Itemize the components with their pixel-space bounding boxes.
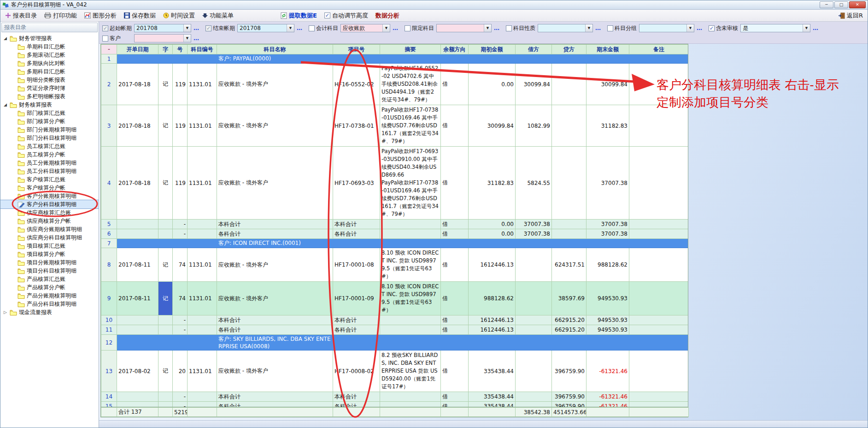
filter-checkbox[interactable] <box>309 25 315 31</box>
save-data-button[interactable]: 保存数据 <box>124 12 156 20</box>
lookup-button[interactable]: … <box>194 25 199 31</box>
tree-group[interactable]: ▷现金流量报表 <box>0 308 99 316</box>
lookup-button[interactable]: … <box>595 25 601 31</box>
sidebar-item[interactable]: 员工分科目核算明细 <box>0 167 99 175</box>
column-header[interactable]: 摘要 <box>380 45 441 54</box>
filter-checkbox[interactable] <box>607 25 613 31</box>
column-header[interactable]: 备注 <box>629 45 689 54</box>
filter-dropdown[interactable]: ▼ <box>538 24 593 32</box>
sidebar-item[interactable]: 部门核算汇总账 <box>0 109 99 117</box>
filter-dropdown[interactable]: 201708▼ <box>237 24 294 32</box>
sidebar-item[interactable]: 项目分账期核算明细 <box>0 258 99 267</box>
lookup-button[interactable]: … <box>697 25 703 31</box>
sidebar-item[interactable]: 产品分科目核算明细 <box>0 300 99 308</box>
dropdown-arrow-icon[interactable]: ▼ <box>287 24 294 32</box>
group-row[interactable]: 12客户: SKY BILLIARDS, INC. DBA SKY ENTERP… <box>101 335 689 351</box>
sidebar-item[interactable]: 凭证分录序时簿 <box>0 84 99 92</box>
dropdown-arrow-icon[interactable]: ▼ <box>585 24 592 32</box>
column-header[interactable]: 贷方 <box>552 45 586 54</box>
filter-dropdown[interactable]: 201708▼ <box>134 24 191 32</box>
group-row[interactable]: 1客户: PAYPAL(0000) <box>101 54 689 64</box>
sidebar-item[interactable]: 供应商分账期核算明细 <box>0 225 99 233</box>
filter-checkbox[interactable] <box>102 36 108 42</box>
filter-dropdown[interactable]: ▼ <box>436 24 492 32</box>
dropdown-arrow-icon[interactable]: ▼ <box>183 35 191 42</box>
collapse-icon[interactable]: ◢ <box>3 36 8 41</box>
sidebar-item[interactable]: 客户分科目核算明细 <box>0 200 99 208</box>
column-header[interactable]: 期末金额 <box>586 45 629 54</box>
column-header[interactable]: 余额方向 <box>441 45 469 54</box>
sidebar-item[interactable]: 部门分账期核算明细 <box>0 125 99 134</box>
sidebar-item[interactable]: 供应商分科目核算明细 <box>0 233 99 242</box>
column-header[interactable]: 开单日期 <box>117 45 158 54</box>
maximize-button[interactable]: □ <box>834 1 848 8</box>
sidebar-item[interactable]: 产品核算汇总账 <box>0 275 99 283</box>
back-button[interactable]: 返回R <box>839 12 863 20</box>
lookup-button[interactable]: … <box>813 25 819 31</box>
filter-dropdown[interactable]: ▼ <box>134 34 191 42</box>
sidebar-item[interactable]: 部门核算分户帐 <box>0 117 99 125</box>
sidebar-item[interactable]: 多期纵向比对帐 <box>0 59 99 67</box>
filter-checkbox[interactable] <box>102 25 108 31</box>
table-row[interactable]: 14-本科合计本科合计借335438.44396759.90-61321.46 <box>101 392 689 402</box>
auto-height-toggle[interactable]: 自动调节高度 <box>324 12 368 20</box>
lookup-button[interactable]: … <box>393 25 399 31</box>
sidebar-item[interactable]: 产品分账期核算明细 <box>0 291 99 300</box>
sidebar-item[interactable]: 多期科目汇总帐 <box>0 67 99 76</box>
horizontal-scrollbar[interactable] <box>99 420 868 428</box>
tree-group[interactable]: ◢财务管理报表 <box>0 34 99 42</box>
sidebar-item[interactable]: 项目核算分户帐 <box>0 250 99 258</box>
sidebar-item[interactable]: 员工核算汇总账 <box>0 142 99 150</box>
table-row[interactable]: 10-本科合计本科合计借1612446.13662915.20949530.93 <box>101 315 689 325</box>
table-row[interactable]: 5-本科合计本科合计借0.0037007.3837007.38 <box>101 220 689 229</box>
data-analysis-button[interactable]: 数据分析 <box>375 12 399 20</box>
report-dir-button[interactable]: 报表目录 <box>5 12 37 20</box>
column-header[interactable]: - <box>101 45 117 54</box>
auto-height-checkbox[interactable] <box>324 12 330 18</box>
sidebar-item[interactable]: 多栏明细帐报表 <box>0 92 99 101</box>
sidebar-item[interactable]: 产品核算分户帐 <box>0 283 99 291</box>
sidebar-item[interactable]: 员工核算分户帐 <box>0 150 99 159</box>
sidebar-item[interactable]: 客户核算分户帐 <box>0 184 99 192</box>
minimize-button[interactable]: ─ <box>820 1 833 8</box>
tree-group[interactable]: ◢财务核算报表 <box>0 101 99 109</box>
column-header[interactable]: 科目编号 <box>188 45 217 54</box>
column-header[interactable]: 借方 <box>516 45 552 54</box>
column-header[interactable]: 期初金额 <box>469 45 516 54</box>
filter-checkbox[interactable] <box>405 25 411 31</box>
table-row[interactable]: 82017-08-11记741131.01应收账款 - 境外客户HF17-000… <box>101 248 689 282</box>
filter-checkbox[interactable] <box>506 25 512 31</box>
dropdown-arrow-icon[interactable]: ▼ <box>183 24 191 32</box>
sidebar-item[interactable]: 多期滚动汇总帐 <box>0 51 99 59</box>
sidebar-item[interactable]: 单期科目汇总帐 <box>0 42 99 51</box>
extract-data-button[interactable]: 提取数据E <box>281 12 317 20</box>
filter-dropdown[interactable]: 是▼ <box>740 24 810 32</box>
close-button[interactable]: ✕ <box>849 1 866 8</box>
expand-icon[interactable]: ▷ <box>3 310 8 315</box>
collapse-icon[interactable]: ◢ <box>3 102 8 107</box>
dropdown-arrow-icon[interactable]: ▼ <box>803 24 810 32</box>
grid-header-row[interactable]: -开单日期字号科目编号科目名称项目号摘要余额方向期初金额借方贷方期末金额备注 <box>101 45 689 54</box>
table-row[interactable]: 6-各科合计各科合计借0.0037007.3837007.38 <box>101 229 689 239</box>
filter-dropdown[interactable]: ▼ <box>639 24 694 32</box>
print-button[interactable]: 打印功能 <box>44 12 77 20</box>
table-row[interactable]: 11-各科合计各科合计借1612446.13662915.20949530.93 <box>101 325 689 335</box>
sidebar-item[interactable]: 客户分账期核算明细 <box>0 192 99 200</box>
sidebar-item[interactable]: 项目核算汇总账 <box>0 242 99 250</box>
lookup-button[interactable]: … <box>194 35 199 42</box>
filter-checkbox[interactable] <box>709 25 715 31</box>
column-header[interactable]: 科目名称 <box>217 45 333 54</box>
table-row[interactable]: 42017-08-18记1191131.01应收账款 - 境外客户HF17-06… <box>101 147 689 220</box>
sidebar-item[interactable]: 供应商核算汇总账 <box>0 208 99 217</box>
table-row[interactable]: 132017-08-02记201131.01应收账款 - 境外客户HF17-00… <box>101 351 689 392</box>
sidebar-item[interactable]: 客户核算汇总账 <box>0 175 99 184</box>
column-header[interactable]: 字 <box>158 45 173 54</box>
sidebar-item[interactable]: 供应商核算分户帐 <box>0 217 99 225</box>
sidebar-item[interactable]: 部门分科目核算明细 <box>0 134 99 142</box>
dropdown-arrow-icon[interactable]: ▼ <box>382 24 390 32</box>
table-row[interactable]: 22017-08-18记1191131.01应收账款 - 境外客户HF16-05… <box>101 64 689 105</box>
time-settings-button[interactable]: 时间设置 <box>163 12 195 20</box>
lookup-button[interactable]: … <box>297 25 303 31</box>
sidebar-item[interactable]: 明细分类帐报表 <box>0 76 99 84</box>
function-menu-button[interactable]: 功能菜单 <box>202 12 234 20</box>
